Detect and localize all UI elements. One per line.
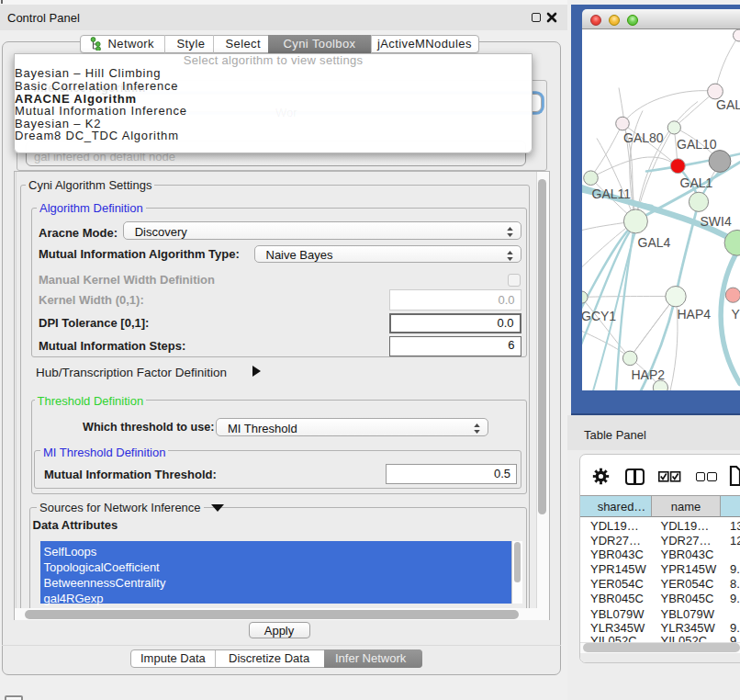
svg-text:GAL11: GAL11 [592, 186, 632, 201]
svg-text:GAL4: GAL4 [638, 234, 671, 249]
svg-text:Y: Y [732, 306, 740, 321]
svg-text:GAL1: GAL1 [680, 175, 713, 189]
svg-text:GAL10: GAL10 [677, 136, 717, 151]
svg-text:GCY1: GCY1 [582, 308, 616, 322]
svg-text:HAP4: HAP4 [678, 306, 712, 321]
svg-text:HAP2: HAP2 [632, 367, 666, 382]
svg-text:GAL80: GAL80 [623, 130, 664, 145]
svg-text:SWI4: SWI4 [701, 213, 732, 228]
svg-text:GAL: GAL [716, 96, 740, 111]
